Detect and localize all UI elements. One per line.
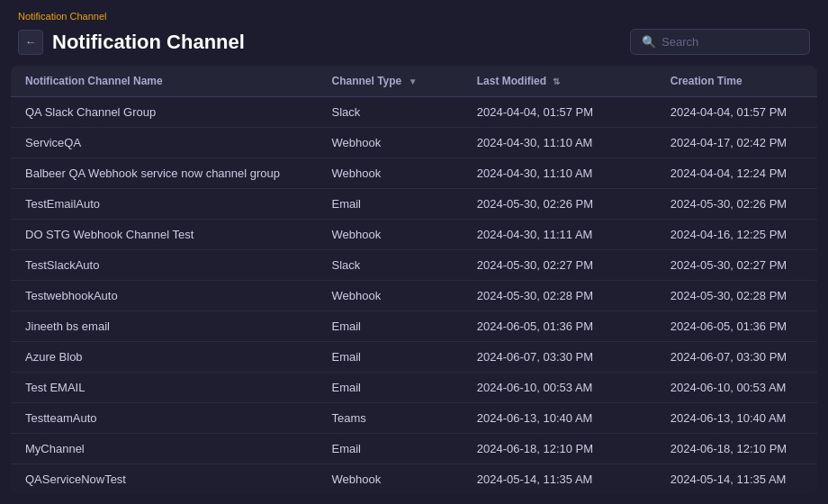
cell-name: QA Slack Channel Group — [11, 97, 317, 128]
table-header-row: Notification Channel Name Channel Type ▼… — [11, 66, 817, 97]
cell-modified: 2024-05-14, 11:35 AM — [463, 464, 656, 495]
col-created-label: Creation Time — [670, 75, 742, 87]
cell-modified: 2024-05-30, 02:28 PM — [463, 281, 656, 311]
cell-name: Azure Blob — [11, 342, 317, 373]
table-row[interactable]: TestSlackAutoSlack2024-05-30, 02:27 PM20… — [11, 250, 817, 281]
cell-modified: 2024-06-05, 01:36 PM — [463, 311, 656, 342]
col-header-name: Notification Channel Name — [11, 66, 317, 97]
col-header-modified[interactable]: Last Modified ⇅ — [463, 66, 656, 97]
sort-modified-icon: ⇅ — [553, 76, 560, 86]
table-row[interactable]: Azure BlobEmail2024-06-07, 03:30 PM2024-… — [11, 342, 817, 373]
cell-type: Slack — [317, 250, 462, 281]
table-row[interactable]: Balbeer QA Webhook service now channel g… — [11, 158, 817, 189]
col-modified-label: Last Modified — [477, 75, 546, 87]
col-type-label: Channel Type — [331, 75, 401, 87]
cell-created: 2024-05-30, 02:26 PM — [656, 189, 817, 220]
cell-modified: 2024-06-10, 00:53 AM — [463, 373, 656, 403]
cell-created: 2024-05-14, 11:35 AM — [656, 464, 817, 495]
table-row[interactable]: ServiceQAWebhook2024-04-30, 11:10 AM2024… — [11, 128, 817, 158]
cell-name: DO STG Webhook Channel Test — [11, 220, 317, 250]
table-row[interactable]: DO STG Webhook Channel TestWebhook2024-0… — [11, 220, 817, 250]
breadcrumb-text: Notification Channel — [18, 11, 106, 22]
cell-created: 2024-06-10, 00:53 AM — [656, 373, 817, 403]
cell-name: ServiceQA — [11, 128, 317, 158]
search-box[interactable]: 🔍 — [630, 29, 810, 55]
cell-type: Webhook — [317, 158, 462, 189]
cell-name: MyChannel — [11, 434, 317, 464]
cell-type: Email — [317, 373, 462, 403]
sort-type-icon: ▼ — [409, 76, 418, 86]
cell-name: Jineeth bs email — [11, 311, 317, 342]
page-title: Notification Channel — [52, 31, 245, 54]
cell-created: 2024-05-30, 02:27 PM — [656, 250, 817, 281]
breadcrumb: Notification Channel — [0, 0, 828, 25]
cell-type: Webhook — [317, 128, 462, 158]
back-button[interactable]: ← — [18, 30, 43, 55]
col-header-created: Creation Time — [656, 66, 817, 97]
cell-type: Webhook — [317, 220, 462, 250]
cell-name: Balbeer QA Webhook service now channel g… — [11, 158, 317, 189]
cell-created: 2024-04-04, 12:24 PM — [656, 158, 817, 189]
app-container: Notification Channel ← Notification Chan… — [0, 0, 828, 504]
table-row[interactable]: MyChannelEmail2024-06-18, 12:10 PM2024-0… — [11, 434, 817, 464]
cell-type: Email — [317, 311, 462, 342]
cell-type: Email — [317, 434, 462, 464]
search-input[interactable] — [662, 35, 798, 49]
cell-modified: 2024-06-18, 12:10 PM — [463, 434, 656, 464]
cell-created: 2024-04-16, 12:25 PM — [656, 220, 817, 250]
data-table: Notification Channel Name Channel Type ▼… — [11, 66, 817, 494]
col-header-type[interactable]: Channel Type ▼ — [317, 66, 462, 97]
table-row[interactable]: Test EMAILEmail2024-06-10, 00:53 AM2024-… — [11, 373, 817, 403]
cell-modified: 2024-06-07, 03:30 PM — [463, 342, 656, 373]
cell-type: Slack — [317, 97, 462, 128]
cell-type: Email — [317, 342, 462, 373]
cell-type: Webhook — [317, 281, 462, 311]
cell-created: 2024-06-13, 10:40 AM — [656, 403, 817, 434]
cell-type: Teams — [317, 403, 462, 434]
cell-modified: 2024-04-04, 01:57 PM — [463, 97, 656, 128]
search-icon: 🔍 — [642, 35, 656, 49]
cell-modified: 2024-05-30, 02:26 PM — [463, 189, 656, 220]
cell-modified: 2024-06-13, 10:40 AM — [463, 403, 656, 434]
table-header: Notification Channel Name Channel Type ▼… — [11, 66, 817, 97]
cell-name: TestwebhookAuto — [11, 281, 317, 311]
back-icon: ← — [25, 35, 37, 49]
cell-modified: 2024-04-30, 11:10 AM — [463, 158, 656, 189]
cell-name: TestteamAuto — [11, 403, 317, 434]
table-row[interactable]: TestwebhookAutoWebhook2024-05-30, 02:28 … — [11, 281, 817, 311]
cell-name: Test EMAIL — [11, 373, 317, 403]
cell-created: 2024-05-30, 02:28 PM — [656, 281, 817, 311]
cell-created: 2024-04-17, 02:42 PM — [656, 128, 817, 158]
table-row[interactable]: TestteamAutoTeams2024-06-13, 10:40 AM202… — [11, 403, 817, 434]
cell-modified: 2024-04-30, 11:11 AM — [463, 220, 656, 250]
cell-name: TestSlackAuto — [11, 250, 317, 281]
cell-created: 2024-06-18, 12:10 PM — [656, 434, 817, 464]
table-row[interactable]: QAServiceNowTestWebhook2024-05-14, 11:35… — [11, 464, 817, 495]
cell-created: 2024-06-07, 03:30 PM — [656, 342, 817, 373]
table-row[interactable]: Jineeth bs emailEmail2024-06-05, 01:36 P… — [11, 311, 817, 342]
table-body: QA Slack Channel GroupSlack2024-04-04, 0… — [11, 97, 817, 495]
cell-name: QAServiceNowTest — [11, 464, 317, 495]
cell-name: TestEmailAuto — [11, 189, 317, 220]
cell-created: 2024-06-05, 01:36 PM — [656, 311, 817, 342]
header-left: ← Notification Channel — [18, 30, 245, 55]
cell-modified: 2024-04-30, 11:10 AM — [463, 128, 656, 158]
cell-type: Webhook — [317, 464, 462, 495]
table-container: Notification Channel Name Channel Type ▼… — [0, 66, 828, 504]
cell-modified: 2024-05-30, 02:27 PM — [463, 250, 656, 281]
table-row[interactable]: QA Slack Channel GroupSlack2024-04-04, 0… — [11, 97, 817, 128]
cell-type: Email — [317, 189, 462, 220]
col-name-label: Notification Channel Name — [25, 75, 163, 87]
cell-created: 2024-04-04, 01:57 PM — [656, 97, 817, 128]
header: ← Notification Channel 🔍 — [0, 25, 828, 66]
table-row[interactable]: TestEmailAutoEmail2024-05-30, 02:26 PM20… — [11, 189, 817, 220]
